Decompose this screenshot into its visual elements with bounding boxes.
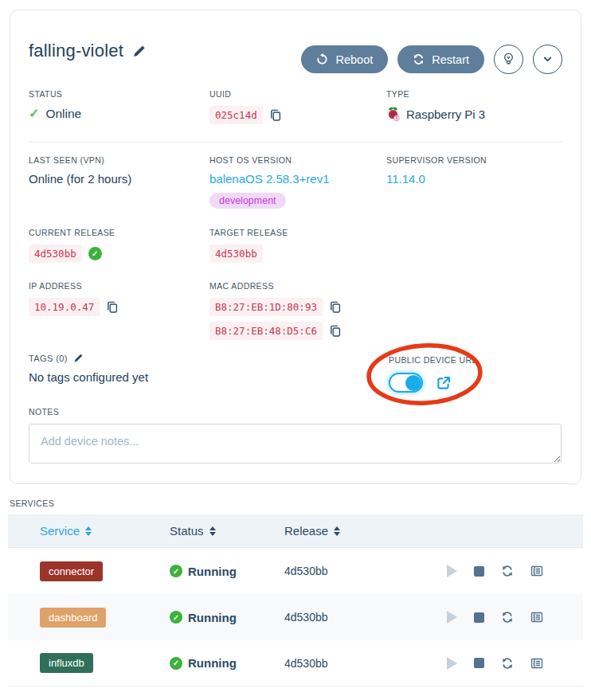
ip-address-field: IP ADDRESS 10.19.0.47 <box>29 281 119 316</box>
tags-label: TAGS (0) <box>29 354 68 363</box>
restart-service-button[interactable] <box>501 657 514 670</box>
services-table: Service Status Release connector <box>8 514 583 686</box>
reboot-icon <box>316 53 328 65</box>
restart-icon <box>501 611 514 624</box>
start-service-button[interactable] <box>447 611 457 624</box>
current-release-field: CURRENT RELEASE 4d530bb ✓ <box>29 228 115 263</box>
public-url-toggle[interactable] <box>389 373 423 393</box>
sort-by-service[interactable]: Service <box>40 524 92 538</box>
stop-service-button[interactable] <box>474 612 484 623</box>
stop-service-button[interactable] <box>474 566 484 577</box>
target-release-field: TARGET RELEASE 4d530bb <box>209 228 288 263</box>
reboot-label: Reboot <box>335 53 373 66</box>
uuid-value: 025c14d <box>209 106 263 124</box>
services-table-header: Service Status Release <box>8 514 583 548</box>
status-field: STATUS ✓ Online <box>29 89 81 121</box>
copy-uuid-button[interactable] <box>269 108 282 122</box>
sort-by-status[interactable]: Status <box>170 524 216 538</box>
sort-icon <box>85 526 92 536</box>
service-status: Running <box>188 611 237 624</box>
restart-icon <box>501 565 514 577</box>
os-variant-badge: development <box>209 193 286 209</box>
edit-device-name-icon[interactable] <box>132 44 147 58</box>
service-row-dashboard: dashboard ✓ Running 4d530bb <box>8 594 583 640</box>
service-name-badge[interactable]: connector <box>40 561 103 581</box>
type-field: TYPE 3 Raspberry Pi 3 <box>386 89 485 122</box>
online-check-icon: ✓ <box>29 106 39 121</box>
play-icon <box>447 657 457 670</box>
host-os-field: HOST OS VERSION balenaOS 2.58.3+rev1 dev… <box>209 155 330 209</box>
card-divider <box>29 142 562 143</box>
copy-icon <box>106 300 119 314</box>
last-seen-value: Online (for 2 hours) <box>29 172 131 186</box>
restart-button[interactable]: Restart <box>397 45 484 73</box>
service-row-influxdb: influxdb ✓ Running 4d530bb <box>8 640 583 686</box>
service-name-badge[interactable]: dashboard <box>40 608 106 628</box>
mac-address-value-1: B8:27:EB:1D:80:93 <box>209 298 323 316</box>
restart-icon <box>501 657 514 670</box>
last-seen-label: LAST SEEN (VPN) <box>29 155 131 165</box>
restart-label: Restart <box>432 53 469 66</box>
restart-service-button[interactable] <box>501 611 514 624</box>
view-logs-button[interactable] <box>530 565 543 577</box>
edit-tags-icon[interactable] <box>73 353 84 363</box>
tags-value: No tags configured yet <box>29 370 148 384</box>
service-status: Running <box>188 656 237 670</box>
ip-address-label: IP ADDRESS <box>29 281 119 291</box>
status-value: Online <box>45 107 81 121</box>
copy-icon <box>269 108 282 122</box>
copy-mac2-button[interactable] <box>329 324 342 338</box>
start-service-button[interactable] <box>447 657 457 670</box>
copy-icon <box>329 324 342 338</box>
device-title-row: falling-violet <box>29 41 147 61</box>
view-logs-button[interactable] <box>530 657 543 670</box>
uuid-label: UUID <box>209 89 282 99</box>
current-release-label: CURRENT RELEASE <box>29 228 115 237</box>
start-service-button[interactable] <box>447 565 457 577</box>
running-check-icon: ✓ <box>170 565 182 577</box>
device-notes-input[interactable] <box>29 424 562 463</box>
host-os-value[interactable]: balenaOS 2.58.3+rev1 <box>209 172 330 186</box>
target-release-label: TARGET RELEASE <box>209 228 288 237</box>
type-value: Raspberry Pi 3 <box>406 108 485 121</box>
sort-by-release[interactable]: Release <box>284 524 583 538</box>
restart-service-button[interactable] <box>501 565 514 577</box>
copy-ip-button[interactable] <box>106 300 119 314</box>
chevron-down-icon <box>542 53 554 65</box>
stop-icon <box>474 612 484 623</box>
copy-mac1-button[interactable] <box>329 300 342 314</box>
mac-address-row: B8:27:EB:48:D5:C6 <box>209 322 342 340</box>
service-column-label: Service <box>40 524 80 538</box>
stop-service-button[interactable] <box>474 658 484 668</box>
public-device-url-field: PUBLIC DEVICE URL <box>389 355 477 393</box>
supervisor-label: SUPERVISOR VERSION <box>386 155 487 165</box>
target-release-value[interactable]: 4d530bb <box>209 244 263 263</box>
service-name-badge[interactable]: influxdb <box>40 653 93 673</box>
running-check-icon: ✓ <box>170 611 182 624</box>
ip-address-value: 10.19.0.47 <box>29 298 100 316</box>
release-column-label: Release <box>284 524 328 538</box>
sort-icon <box>209 526 216 536</box>
release-success-icon: ✓ <box>88 247 102 260</box>
reboot-button[interactable]: Reboot <box>301 45 388 73</box>
type-label: TYPE <box>386 89 485 99</box>
mac-address-row: B8:27:EB:1D:80:93 <box>209 298 342 316</box>
supervisor-field: SUPERVISOR VERSION 11.14.0 <box>386 155 487 186</box>
supervisor-value: 11.14.0 <box>386 172 425 186</box>
open-public-url-icon[interactable] <box>436 375 452 391</box>
view-logs-button[interactable] <box>530 611 543 624</box>
last-seen-field: LAST SEEN (VPN) Online (for 2 hours) <box>29 155 131 186</box>
raspberry-pi-icon: 3 <box>386 106 400 122</box>
tags-field: TAGS (0) No tags configured yet <box>29 353 148 384</box>
service-release: 4d530bb <box>276 657 447 670</box>
status-label: STATUS <box>29 89 81 99</box>
expand-button[interactable] <box>533 45 562 74</box>
logs-icon <box>530 565 543 577</box>
mac-address-field: MAC ADDRESS B8:27:EB:1D:80:93 B8:27:EB:4… <box>209 281 342 340</box>
service-actions <box>447 565 583 577</box>
current-release-value[interactable]: 4d530bb <box>29 244 82 263</box>
public-device-url-label: PUBLIC DEVICE URL <box>389 355 477 365</box>
stop-icon <box>474 658 484 668</box>
tips-button[interactable] <box>494 45 523 74</box>
svg-text:3: 3 <box>395 116 397 120</box>
